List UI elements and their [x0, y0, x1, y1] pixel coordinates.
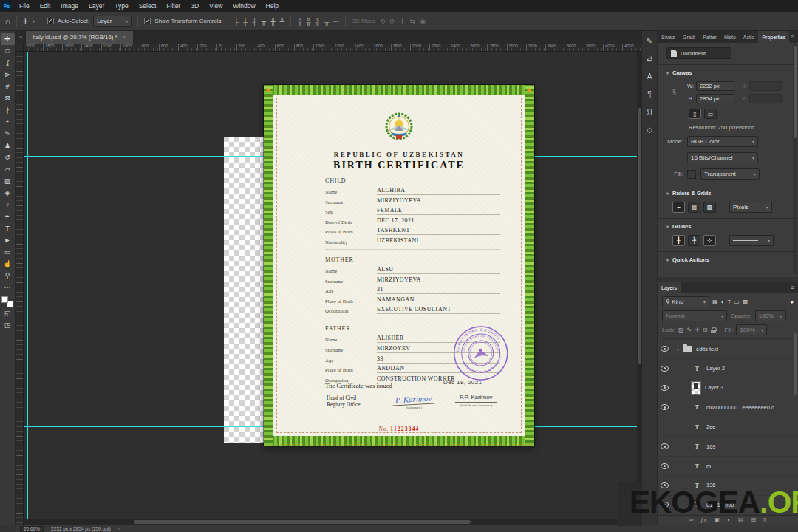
canvas-pasteboard[interactable]: REPUBLIC OF UZBEKISTAN BIRTH CERTIFICATE…: [24, 52, 642, 525]
panel-tab[interactable]: Gradi: [679, 31, 699, 43]
align-icon[interactable]: ╥: [262, 18, 266, 25]
auto-select-checkbox[interactable]: ✓: [47, 18, 54, 24]
foreground-color-swatch[interactable]: [1, 296, 8, 303]
menu-item[interactable]: Type: [109, 0, 133, 12]
certificate-document[interactable]: REPUBLIC OF UZBEKISTAN BIRTH CERTIFICATE…: [264, 85, 534, 446]
show-transform-checkbox[interactable]: ✓: [144, 18, 151, 24]
toggle-pixel-grid-button[interactable]: ▩: [703, 202, 716, 213]
distribute-icon[interactable]: ╦: [324, 18, 329, 25]
menu-item[interactable]: 3D: [185, 0, 204, 12]
menu-item[interactable]: Filter: [161, 0, 185, 12]
layer-row[interactable]: ▾ T m: [658, 457, 798, 476]
panel-dock-icon[interactable]: Я: [647, 108, 652, 116]
tool-button[interactable]: ▧: [1, 175, 15, 187]
opacity-field[interactable]: 100%▾: [755, 310, 786, 321]
layer-filter-icon[interactable]: T: [727, 299, 731, 305]
guide-vertical[interactable]: [248, 52, 248, 525]
guide-vertical[interactable]: [27, 52, 28, 525]
tool-button[interactable]: ►: [1, 234, 15, 246]
panel-dock-icon[interactable]: ◇: [647, 126, 652, 134]
move-tool-preset-icon[interactable]: ✛: [23, 18, 29, 25]
panel-tab[interactable]: Swats: [658, 31, 679, 43]
vertical-ruler[interactable]: [16, 52, 24, 525]
menu-item[interactable]: Help: [261, 0, 284, 12]
layer-visibility-toggle[interactable]: [658, 359, 672, 378]
lock-option-icon[interactable]: ✎: [687, 327, 692, 333]
group-chevron-icon[interactable]: ▾: [677, 347, 679, 352]
layer-visibility-toggle[interactable]: [658, 339, 672, 358]
tool-button[interactable]: ʆ: [1, 57, 15, 69]
panel-menu-icon[interactable]: ≡: [787, 282, 798, 293]
tool-button[interactable]: +: [1, 116, 15, 128]
width-field[interactable]: 2232 px: [696, 81, 734, 91]
layer-visibility-toggle[interactable]: [658, 398, 672, 417]
screen-mode-button[interactable]: ◳: [1, 319, 15, 331]
menu-item[interactable]: Image: [55, 0, 83, 12]
toggle-grid-button[interactable]: ▦: [688, 202, 700, 213]
align-icon[interactable]: ╫: [270, 18, 275, 25]
tool-button[interactable]: ✛: [1, 33, 15, 45]
guide-style-dropdown[interactable]: ▾: [729, 235, 774, 246]
home-icon[interactable]: ⌂: [5, 17, 10, 26]
panel-scrollbar[interactable]: [793, 44, 797, 274]
menu-item[interactable]: Layer: [83, 0, 109, 12]
tool-button[interactable]: ∤: [1, 104, 15, 116]
tool-button[interactable]: ⋯: [1, 282, 15, 293]
layer-visibility-toggle[interactable]: [658, 457, 672, 475]
transparent-layer-region[interactable]: [224, 137, 264, 443]
layer-row[interactable]: ▾ T Layer 2: [658, 359, 798, 378]
menu-item[interactable]: View: [204, 0, 228, 12]
layer-visibility-toggle[interactable]: [658, 437, 672, 455]
fill-dropdown[interactable]: Transparent▾: [700, 168, 760, 180]
horizontal-ruler[interactable]: 2000180016001400120010008006004002000200…: [16, 44, 642, 52]
menu-item[interactable]: Window: [228, 0, 260, 12]
layers-tab[interactable]: Layers: [658, 282, 681, 293]
layer-row[interactable]: ▾ T Layer 3: [658, 378, 798, 398]
filter-toggle-icon[interactable]: ●: [790, 299, 794, 305]
distribute-icon[interactable]: ╠: [297, 18, 301, 25]
layer-filter-kind-dropdown[interactable]: ⚲ Kind ▾: [662, 296, 709, 307]
tool-button[interactable]: ✎: [1, 128, 15, 140]
align-icon[interactable]: ╡: [252, 18, 256, 25]
layer-filter-icon[interactable]: ◐: [721, 299, 725, 305]
tool-button[interactable]: ♟: [1, 140, 15, 151]
layer-filter-icon[interactable]: ▭: [734, 299, 740, 305]
canvas-section-header[interactable]: ▾Canvas: [666, 69, 791, 76]
portrait-orientation-button[interactable]: ▯: [689, 109, 701, 119]
edit-guides-button[interactable]: ⊹: [703, 235, 716, 246]
tool-button[interactable]: ⊠: [1, 92, 15, 104]
panel-dock-icon[interactable]: ¶: [647, 90, 651, 98]
lock-guides-button[interactable]: ╄: [688, 235, 700, 246]
rulers-grids-section-header[interactable]: ▾Rulers & Grids: [666, 190, 791, 197]
height-field[interactable]: 2854 px: [696, 94, 734, 103]
lock-option-icon[interactable]: ⊞: [703, 327, 708, 333]
panel-tab[interactable]: Actio: [740, 31, 759, 43]
collapse-panels-icon[interactable]: »: [16, 31, 26, 44]
menu-item[interactable]: Select: [134, 0, 162, 12]
toggle-rulers-button[interactable]: ⌐: [672, 202, 685, 213]
tool-button[interactable]: ▱: [1, 163, 15, 175]
align-icon[interactable]: ╞: [234, 18, 239, 25]
layer-filter-icon[interactable]: ▩: [743, 299, 748, 305]
panel-dock-icon[interactable]: ✎: [647, 37, 652, 45]
fill-opacity-field[interactable]: 100%▾: [736, 324, 767, 335]
align-icon[interactable]: ╨: [280, 18, 284, 25]
tool-button[interactable]: □: [1, 45, 15, 57]
auto-select-target-dropdown[interactable]: Layer▾: [93, 16, 132, 27]
close-icon[interactable]: ×: [123, 34, 126, 41]
lock-option-icon[interactable]: ▨: [678, 327, 684, 333]
document-type-button[interactable]: Document: [666, 47, 732, 59]
vertical-scrollbar[interactable]: [637, 52, 642, 519]
photoshop-logo-icon[interactable]: Ps: [2, 1, 11, 10]
tool-button[interactable]: ✒: [1, 211, 15, 222]
more-options-icon[interactable]: ⋯: [332, 18, 339, 25]
menu-item[interactable]: File: [14, 0, 35, 12]
distribute-icon[interactable]: ╬: [306, 18, 310, 25]
menu-item[interactable]: Edit: [35, 0, 56, 12]
toggle-guides-button[interactable]: ╂: [672, 235, 685, 246]
document-tab[interactable]: Italy id.psd @ 20.7% (RGB/16) * ×: [26, 31, 133, 44]
tool-button[interactable]: ↺: [1, 151, 15, 163]
layer-row[interactable]: ▾ T 2ee: [658, 417, 798, 437]
tool-button[interactable]: ▭: [1, 246, 15, 258]
layer-row[interactable]: ▾ T edits text: [658, 339, 798, 358]
